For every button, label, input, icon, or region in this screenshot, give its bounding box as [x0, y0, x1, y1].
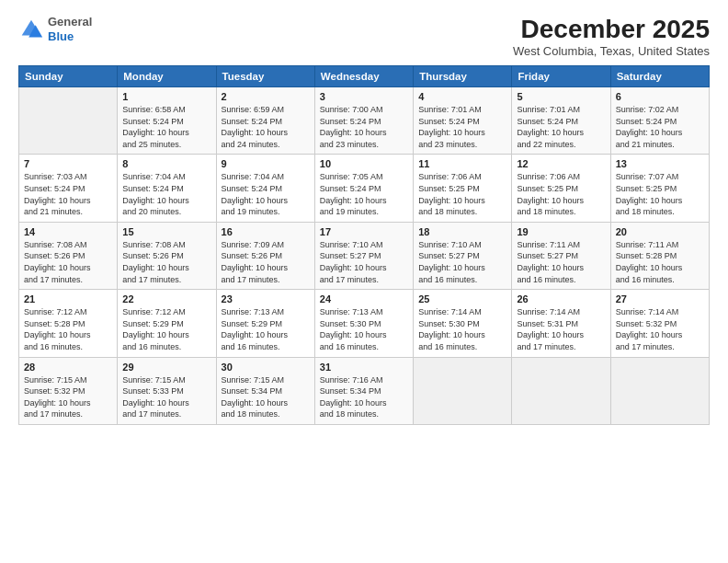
- table-row: 6Sunrise: 7:02 AMSunset: 5:24 PMDaylight…: [610, 87, 709, 155]
- col-sunday: Sunday: [19, 66, 118, 87]
- day-info: Sunrise: 7:14 AMSunset: 5:30 PMDaylight:…: [418, 306, 506, 352]
- day-info: Sunrise: 7:14 AMSunset: 5:31 PMDaylight:…: [517, 306, 605, 352]
- logo-icon: [18, 17, 44, 42]
- day-number: 18: [418, 226, 506, 237]
- table-row: 18Sunrise: 7:10 AMSunset: 5:27 PMDayligh…: [414, 222, 512, 289]
- table-row: 3Sunrise: 7:00 AMSunset: 5:24 PMDaylight…: [314, 87, 413, 155]
- day-number: 11: [418, 158, 506, 169]
- col-tuesday: Tuesday: [216, 66, 314, 87]
- table-row: 29Sunrise: 7:15 AMSunset: 5:33 PMDayligh…: [118, 357, 216, 424]
- table-row: 26Sunrise: 7:14 AMSunset: 5:31 PMDayligh…: [512, 290, 610, 357]
- table-row: 25Sunrise: 7:14 AMSunset: 5:30 PMDayligh…: [414, 290, 512, 357]
- day-number: 22: [122, 293, 210, 304]
- day-info: Sunrise: 7:15 AMSunset: 5:32 PMDaylight:…: [24, 374, 112, 420]
- location-subtitle: West Columbia, Texas, United States: [513, 44, 710, 58]
- logo-general-text: General: [48, 15, 92, 29]
- table-row: 5Sunrise: 7:01 AMSunset: 5:24 PMDaylight…: [512, 87, 610, 155]
- day-number: 6: [616, 91, 704, 102]
- day-number: 23: [222, 293, 310, 304]
- day-info: Sunrise: 7:13 AMSunset: 5:29 PMDaylight:…: [222, 306, 310, 352]
- day-number: 19: [517, 226, 605, 237]
- day-number: 3: [320, 91, 408, 102]
- day-number: 2: [222, 91, 310, 102]
- day-number: 27: [616, 293, 704, 304]
- table-row: 16Sunrise: 7:09 AMSunset: 5:26 PMDayligh…: [216, 222, 314, 289]
- logo-blue-text: Blue: [48, 29, 74, 43]
- day-number: 25: [418, 293, 506, 304]
- table-row: 19Sunrise: 7:11 AMSunset: 5:27 PMDayligh…: [512, 222, 610, 289]
- calendar-page: General Blue December 2025 West Columbia…: [0, 0, 728, 563]
- day-number: 31: [320, 362, 408, 373]
- day-info: Sunrise: 7:02 AMSunset: 5:24 PMDaylight:…: [616, 104, 704, 150]
- day-info: Sunrise: 7:12 AMSunset: 5:29 PMDaylight:…: [122, 306, 210, 352]
- col-thursday: Thursday: [414, 66, 512, 87]
- table-row: 27Sunrise: 7:14 AMSunset: 5:32 PMDayligh…: [610, 290, 709, 357]
- day-number: 20: [616, 226, 704, 237]
- col-friday: Friday: [512, 66, 610, 87]
- col-wednesday: Wednesday: [314, 66, 413, 87]
- day-number: 4: [418, 91, 506, 102]
- day-info: Sunrise: 7:14 AMSunset: 5:32 PMDaylight:…: [616, 306, 704, 352]
- day-number: 9: [222, 158, 310, 169]
- table-row: 24Sunrise: 7:13 AMSunset: 5:30 PMDayligh…: [314, 290, 413, 357]
- day-info: Sunrise: 7:05 AMSunset: 5:24 PMDaylight:…: [320, 171, 408, 217]
- day-info: Sunrise: 7:10 AMSunset: 5:27 PMDaylight:…: [418, 239, 506, 285]
- day-number: 29: [122, 362, 210, 373]
- day-number: 17: [320, 226, 408, 237]
- table-row: 12Sunrise: 7:06 AMSunset: 5:25 PMDayligh…: [512, 155, 610, 222]
- table-row: 28Sunrise: 7:15 AMSunset: 5:32 PMDayligh…: [19, 357, 118, 424]
- table-row: 17Sunrise: 7:10 AMSunset: 5:27 PMDayligh…: [314, 222, 413, 289]
- day-info: Sunrise: 7:06 AMSunset: 5:25 PMDaylight:…: [418, 171, 506, 217]
- table-row: 31Sunrise: 7:16 AMSunset: 5:34 PMDayligh…: [314, 357, 413, 424]
- day-info: Sunrise: 7:11 AMSunset: 5:27 PMDaylight:…: [517, 239, 605, 285]
- col-saturday: Saturday: [610, 66, 709, 87]
- day-info: Sunrise: 7:04 AMSunset: 5:24 PMDaylight:…: [122, 171, 210, 217]
- table-row: [19, 87, 118, 155]
- day-number: 21: [24, 293, 112, 304]
- table-row: 22Sunrise: 7:12 AMSunset: 5:29 PMDayligh…: [118, 290, 216, 357]
- day-info: Sunrise: 7:00 AMSunset: 5:24 PMDaylight:…: [320, 104, 408, 150]
- table-row: 9Sunrise: 7:04 AMSunset: 5:24 PMDaylight…: [216, 155, 314, 222]
- table-row: 23Sunrise: 7:13 AMSunset: 5:29 PMDayligh…: [216, 290, 314, 357]
- col-monday: Monday: [118, 66, 216, 87]
- day-info: Sunrise: 7:12 AMSunset: 5:28 PMDaylight:…: [24, 306, 112, 352]
- day-info: Sunrise: 7:11 AMSunset: 5:28 PMDaylight:…: [616, 239, 704, 285]
- day-info: Sunrise: 7:08 AMSunset: 5:26 PMDaylight:…: [122, 239, 210, 285]
- day-number: 5: [517, 91, 605, 102]
- day-info: Sunrise: 7:10 AMSunset: 5:27 PMDaylight:…: [320, 239, 408, 285]
- table-row: 21Sunrise: 7:12 AMSunset: 5:28 PMDayligh…: [19, 290, 118, 357]
- title-block: December 2025 West Columbia, Texas, Unit…: [513, 15, 710, 58]
- logo: General Blue: [18, 15, 92, 43]
- calendar-header-row: Sunday Monday Tuesday Wednesday Thursday…: [19, 66, 710, 87]
- calendar-week-2: 7Sunrise: 7:03 AMSunset: 5:24 PMDaylight…: [19, 155, 710, 222]
- day-info: Sunrise: 7:06 AMSunset: 5:25 PMDaylight:…: [517, 171, 605, 217]
- table-row: 8Sunrise: 7:04 AMSunset: 5:24 PMDaylight…: [118, 155, 216, 222]
- day-info: Sunrise: 7:07 AMSunset: 5:25 PMDaylight:…: [616, 171, 704, 217]
- table-row: 14Sunrise: 7:08 AMSunset: 5:26 PMDayligh…: [19, 222, 118, 289]
- day-info: Sunrise: 7:01 AMSunset: 5:24 PMDaylight:…: [418, 104, 506, 150]
- table-row: 7Sunrise: 7:03 AMSunset: 5:24 PMDaylight…: [19, 155, 118, 222]
- day-number: 12: [517, 158, 605, 169]
- day-number: 1: [122, 91, 210, 102]
- day-info: Sunrise: 7:08 AMSunset: 5:26 PMDaylight:…: [24, 239, 112, 285]
- calendar-week-3: 14Sunrise: 7:08 AMSunset: 5:26 PMDayligh…: [19, 222, 710, 289]
- day-info: Sunrise: 7:15 AMSunset: 5:33 PMDaylight:…: [122, 374, 210, 420]
- day-number: 14: [24, 226, 112, 237]
- day-info: Sunrise: 7:09 AMSunset: 5:26 PMDaylight:…: [222, 239, 310, 285]
- day-number: 28: [24, 362, 112, 373]
- day-number: 8: [122, 158, 210, 169]
- day-number: 26: [517, 293, 605, 304]
- table-row: 2Sunrise: 6:59 AMSunset: 5:24 PMDaylight…: [216, 87, 314, 155]
- table-row: 11Sunrise: 7:06 AMSunset: 5:25 PMDayligh…: [414, 155, 512, 222]
- day-info: Sunrise: 7:03 AMSunset: 5:24 PMDaylight:…: [24, 171, 112, 217]
- day-number: 16: [222, 226, 310, 237]
- day-number: 7: [24, 158, 112, 169]
- day-info: Sunrise: 7:16 AMSunset: 5:34 PMDaylight:…: [320, 374, 408, 420]
- table-row: [512, 357, 610, 424]
- table-row: 20Sunrise: 7:11 AMSunset: 5:28 PMDayligh…: [610, 222, 709, 289]
- table-row: [610, 357, 709, 424]
- calendar-table: Sunday Monday Tuesday Wednesday Thursday…: [18, 65, 710, 425]
- table-row: [414, 357, 512, 424]
- calendar-week-1: 1Sunrise: 6:58 AMSunset: 5:24 PMDaylight…: [19, 87, 710, 155]
- day-number: 30: [222, 362, 310, 373]
